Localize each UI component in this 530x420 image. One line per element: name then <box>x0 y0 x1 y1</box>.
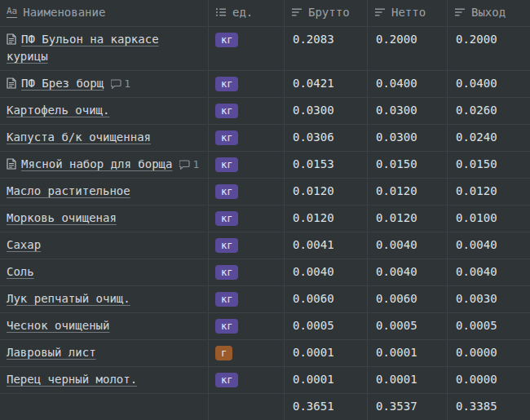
unit-badge[interactable]: кг <box>215 33 238 47</box>
brutto-cell[interactable]: 0.0041 <box>284 232 367 259</box>
brutto-cell[interactable]: 0.0120 <box>284 206 367 232</box>
column-header-unit[interactable]: ед. <box>208 0 284 26</box>
ingredient-name-link[interactable]: Перец черный молот. <box>7 373 137 386</box>
netto-cell[interactable]: 0.0400 <box>367 71 447 97</box>
vyhod-cell[interactable]: 0.2000 <box>447 27 530 70</box>
unit-badge[interactable]: кг <box>215 292 238 307</box>
comment-chip[interactable]: 1 <box>179 156 199 173</box>
unit-badge[interactable]: кг <box>215 373 238 387</box>
netto-cell[interactable]: 0.0040 <box>367 259 447 285</box>
column-header-vyhod[interactable]: Выход <box>447 0 530 26</box>
brutto-cell[interactable]: 0.0040 <box>284 259 367 285</box>
ingredient-name-cell[interactable]: Перец черный молот. <box>0 367 208 393</box>
comment-chip[interactable]: 1 <box>111 75 130 92</box>
comment-count: 1 <box>124 77 130 90</box>
totals-vyhod[interactable]: 0.3385 <box>447 394 530 420</box>
brutto-cell[interactable]: 0.0001 <box>284 340 367 366</box>
totals-brutto[interactable]: 0.3651 <box>284 394 367 420</box>
netto-cell[interactable]: 0.2000 <box>367 27 447 70</box>
vyhod-cell[interactable]: 0.0000 <box>447 340 530 366</box>
unit-badge[interactable]: кг <box>215 77 238 91</box>
table-row: Перец черный молот. кг 0.0001 0.0001 0.0… <box>0 367 530 394</box>
netto-cell[interactable]: 0.0300 <box>367 125 447 151</box>
totals-empty-name-cell[interactable] <box>0 394 208 420</box>
ingredient-name-link[interactable]: ПФ Брез борщ <box>21 77 104 90</box>
netto-cell[interactable]: 0.0060 <box>367 286 447 312</box>
netto-cell[interactable]: 0.0120 <box>367 206 447 232</box>
comment-icon <box>179 160 190 170</box>
ingredient-name-cell[interactable]: Сахар <box>0 232 208 259</box>
column-header-vyhod-label: Выход <box>471 4 506 21</box>
ingredient-name-cell[interactable]: Мясной набор для борща1 <box>0 152 208 178</box>
brutto-cell[interactable]: 0.0306 <box>284 125 367 151</box>
bulleted-list-icon <box>215 7 227 18</box>
brutto-cell[interactable]: 0.0005 <box>284 313 367 339</box>
brutto-cell[interactable]: 0.0300 <box>284 98 367 124</box>
title-property-icon: Aa <box>7 6 17 18</box>
unit-badge[interactable]: кг <box>215 130 238 145</box>
ingredient-name-cell[interactable]: Капуста б/к очищенная <box>0 125 208 151</box>
netto-cell[interactable]: 0.0040 <box>367 232 447 259</box>
brutto-cell[interactable]: 0.0120 <box>284 179 367 205</box>
vyhod-cell[interactable]: 0.0150 <box>447 152 530 178</box>
brutto-cell[interactable]: 0.2083 <box>284 27 367 70</box>
vyhod-cell[interactable]: 0.0260 <box>447 98 530 124</box>
comment-icon <box>111 79 121 89</box>
column-header-name-label: Наименование <box>23 4 105 21</box>
ingredient-name-link[interactable]: Морковь очищеная <box>7 211 117 224</box>
ingredient-name-link[interactable]: Чеснок очищеный <box>7 319 109 332</box>
netto-cell[interactable]: 0.0001 <box>367 340 447 366</box>
ingredient-name-link[interactable]: Картофель очищ. <box>7 104 109 117</box>
vyhod-cell[interactable]: 0.0240 <box>447 125 530 151</box>
unit-badge[interactable]: кг <box>215 265 238 280</box>
brutto-cell[interactable]: 0.0001 <box>284 367 367 393</box>
ingredient-name-link[interactable]: Лук репчатый очищ. <box>7 292 130 305</box>
brutto-cell[interactable]: 0.0421 <box>284 71 367 97</box>
netto-cell[interactable]: 0.0001 <box>367 367 447 393</box>
column-header-netto[interactable]: Нетто <box>367 0 447 26</box>
unit-badge[interactable]: кг <box>215 238 238 253</box>
vyhod-cell[interactable]: 0.0005 <box>447 313 530 339</box>
ingredient-name-cell[interactable]: Лук репчатый очищ. <box>0 286 208 312</box>
netto-cell[interactable]: 0.0300 <box>367 98 447 124</box>
vyhod-cell[interactable]: 0.0000 <box>447 367 530 393</box>
totals-empty-unit-cell[interactable] <box>208 394 284 420</box>
brutto-cell[interactable]: 0.0060 <box>284 286 367 312</box>
totals-netto[interactable]: 0.3537 <box>367 394 447 420</box>
vyhod-cell[interactable]: 0.0100 <box>447 206 530 232</box>
ingredient-name-cell[interactable]: Морковь очищеная <box>0 206 208 232</box>
ingredient-name-cell[interactable]: ПФ Брез борщ1 <box>0 71 208 97</box>
unit-badge[interactable]: кг <box>215 211 238 226</box>
column-header-name[interactable]: Aa Наименование <box>0 0 208 26</box>
vyhod-cell[interactable]: 0.0040 <box>447 259 530 285</box>
vyhod-cell[interactable]: 0.0120 <box>447 179 530 205</box>
ingredient-name-cell[interactable]: Чеснок очищеный <box>0 313 208 339</box>
unit-cell: кг <box>208 313 284 339</box>
unit-badge[interactable]: кг <box>215 157 238 172</box>
unit-badge[interactable]: г <box>215 346 232 360</box>
ingredient-name-link[interactable]: Лавровый лист <box>7 346 96 359</box>
netto-cell[interactable]: 0.0150 <box>367 152 447 178</box>
ingredient-name-link[interactable]: Соль <box>7 265 34 278</box>
brutto-cell[interactable]: 0.0153 <box>284 152 367 178</box>
vyhod-cell[interactable]: 0.0400 <box>447 71 530 97</box>
vyhod-cell[interactable]: 0.0040 <box>447 232 530 259</box>
ingredient-name-cell[interactable]: Масло растительное <box>0 179 208 205</box>
unit-cell: кг <box>208 286 284 312</box>
ingredient-name-link[interactable]: Сахар <box>7 238 41 251</box>
ingredient-name-link[interactable]: Капуста б/к очищенная <box>7 130 151 144</box>
ingredient-name-link[interactable]: Масло растительное <box>7 184 130 197</box>
netto-cell[interactable]: 0.0005 <box>367 313 447 339</box>
ingredient-name-cell[interactable]: Картофель очищ. <box>0 98 208 124</box>
column-header-brutto[interactable]: Брутто <box>284 0 367 26</box>
unit-badge[interactable]: кг <box>215 319 238 334</box>
ingredient-name-cell[interactable]: Лавровый лист <box>0 340 208 366</box>
ingredient-name-cell[interactable]: Соль <box>0 259 208 285</box>
ingredient-name-cell[interactable]: ПФ Бульон на каркасе курицы <box>0 27 208 70</box>
unit-badge[interactable]: кг <box>215 184 238 199</box>
vyhod-cell[interactable]: 0.0030 <box>447 286 530 312</box>
ingredient-name-link[interactable]: ПФ Бульон на каркасе курицы <box>7 33 159 63</box>
unit-badge[interactable]: кг <box>215 104 238 118</box>
netto-cell[interactable]: 0.0120 <box>367 179 447 205</box>
ingredient-name-link[interactable]: Мясной набор для борща <box>21 157 172 170</box>
